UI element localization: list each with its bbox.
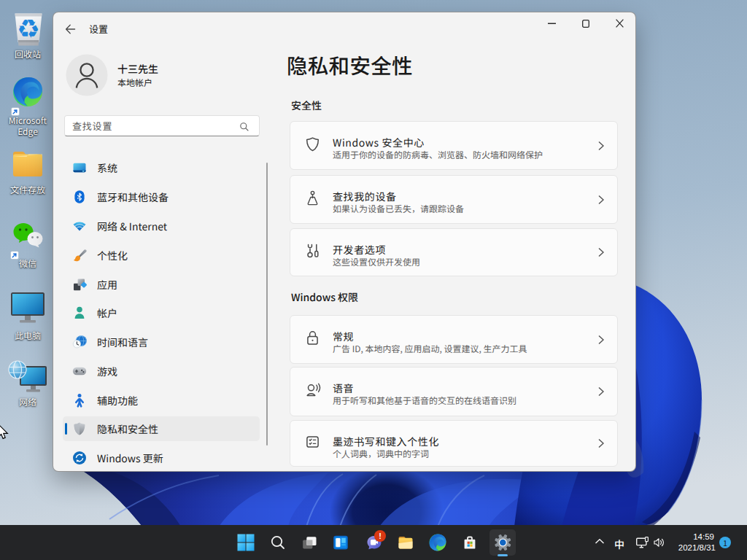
svg-text:♻: ♻ bbox=[19, 13, 39, 42]
